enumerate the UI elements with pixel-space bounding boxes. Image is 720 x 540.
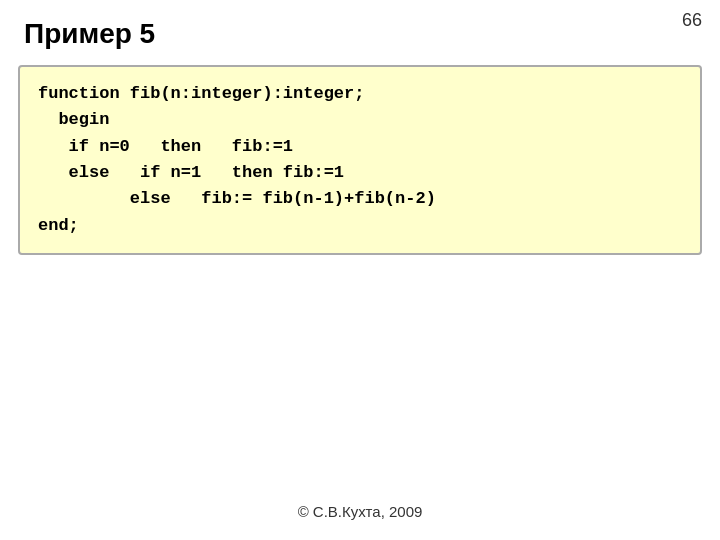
slide: 66 Пример 5 function fib(n:integer):inte… xyxy=(0,0,720,540)
slide-number: 66 xyxy=(682,10,702,31)
code-box: function fib(n:integer):integer; begin i… xyxy=(18,65,702,255)
slide-title: Пример 5 xyxy=(24,18,155,50)
code-content: function fib(n:integer):integer; begin i… xyxy=(38,81,682,239)
footer: © С.В.Кухта, 2009 xyxy=(0,503,720,520)
